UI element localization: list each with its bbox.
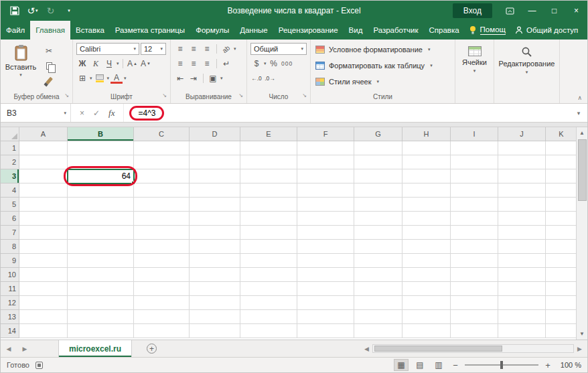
vertical-scroll-thumb[interactable]: [578, 139, 587, 201]
cell-H7[interactable]: [402, 226, 451, 240]
cell-C7[interactable]: [134, 226, 190, 240]
cell-H9[interactable]: [402, 254, 451, 268]
tab-page-layout[interactable]: Разметка страницы: [110, 21, 190, 40]
cell-B6[interactable]: [68, 212, 134, 226]
cell-C2[interactable]: [134, 155, 190, 169]
cell-D13[interactable]: [190, 310, 240, 324]
cell-B11[interactable]: [68, 282, 134, 296]
formula-input[interactable]: =4^3: [124, 104, 570, 122]
collapse-ribbon-button[interactable]: ∧: [577, 94, 582, 101]
cell-A9[interactable]: [19, 254, 68, 268]
row-header-2[interactable]: 2: [1, 155, 19, 169]
comma-style-button[interactable]: 000: [281, 58, 293, 70]
cell-E5[interactable]: [240, 198, 297, 212]
underline-dropdown-icon[interactable]: ▾: [117, 61, 119, 66]
cell-H5[interactable]: [402, 198, 451, 212]
cell-J8[interactable]: [498, 240, 546, 254]
cell-C3[interactable]: [134, 169, 190, 183]
row-header-3[interactable]: 3: [1, 169, 19, 183]
number-format-select[interactable]: Общий▾: [250, 43, 307, 55]
cell-G12[interactable]: [354, 296, 402, 310]
sheet-nav-left-button[interactable]: ◀: [1, 340, 17, 357]
percent-style-button[interactable]: %: [268, 58, 280, 70]
align-top-button[interactable]: ≡: [174, 43, 186, 55]
cell-E6[interactable]: [240, 212, 297, 226]
cell-F12[interactable]: [297, 296, 354, 310]
horizontal-scroll-thumb[interactable]: [374, 346, 502, 352]
cell-E13[interactable]: [240, 310, 297, 324]
cell-G4[interactable]: [354, 183, 402, 198]
row-header-1[interactable]: 1: [1, 141, 19, 155]
cell-J2[interactable]: [498, 155, 546, 169]
cell-C11[interactable]: [134, 282, 190, 296]
cell-B10[interactable]: [68, 268, 134, 282]
normal-view-button[interactable]: ▦: [394, 359, 409, 371]
cell-F11[interactable]: [297, 282, 354, 296]
merge-center-button[interactable]: ▣: [207, 72, 219, 84]
cell-H2[interactable]: [402, 155, 451, 169]
tab-data[interactable]: Данные: [234, 21, 273, 40]
scroll-left-button[interactable]: ◀: [361, 346, 372, 352]
cell-A14[interactable]: [19, 324, 68, 338]
decrease-font-size-button[interactable]: А▼: [140, 58, 152, 70]
cell-B14[interactable]: [68, 324, 134, 338]
font-dialog-launcher[interactable]: ↘: [162, 90, 167, 100]
fill-handle[interactable]: [131, 181, 135, 185]
cell-J4[interactable]: [498, 183, 546, 198]
cell-D8[interactable]: [190, 240, 240, 254]
cell-D7[interactable]: [190, 226, 240, 240]
increase-indent-button[interactable]: ⇥: [188, 72, 200, 84]
cell-A6[interactable]: [19, 212, 68, 226]
column-header-A[interactable]: A: [19, 127, 68, 141]
orientation-button[interactable]: ab: [220, 43, 232, 55]
cell-K6[interactable]: [546, 212, 576, 226]
column-header-C[interactable]: C: [134, 127, 190, 141]
align-bottom-button[interactable]: ≡: [201, 43, 213, 55]
font-name-select[interactable]: Calibri▾: [76, 43, 139, 55]
cell-A2[interactable]: [19, 155, 68, 169]
cell-G1[interactable]: [354, 141, 402, 155]
undo-button[interactable]: ↺▾: [24, 3, 41, 19]
cell-I1[interactable]: [451, 141, 498, 155]
decrease-decimal-button[interactable]: .0→: [264, 72, 276, 84]
cell-G10[interactable]: [354, 268, 402, 282]
cell-K8[interactable]: [546, 240, 576, 254]
cell-H3[interactable]: [402, 169, 451, 183]
cell-D3[interactable]: [190, 169, 240, 183]
cell-styles-button[interactable]: Стили ячеек▾: [313, 74, 453, 90]
page-layout-view-button[interactable]: ▤: [413, 359, 427, 371]
cell-K4[interactable]: [546, 183, 576, 198]
column-header-B[interactable]: B: [68, 127, 134, 141]
cell-I9[interactable]: [451, 254, 498, 268]
cell-I3[interactable]: [451, 169, 498, 183]
cell-K14[interactable]: [546, 324, 576, 338]
cell-B4[interactable]: [68, 183, 134, 198]
cell-C14[interactable]: [134, 324, 190, 338]
cell-E11[interactable]: [240, 282, 297, 296]
paste-button[interactable]: Вставить ▾: [3, 42, 39, 92]
cancel-button[interactable]: ×: [80, 108, 84, 118]
cell-J11[interactable]: [498, 282, 546, 296]
cell-F10[interactable]: [297, 268, 354, 282]
zoom-level[interactable]: 100 %: [557, 361, 581, 369]
cell-I13[interactable]: [451, 310, 498, 324]
cell-D10[interactable]: [190, 268, 240, 282]
align-right-button[interactable]: ≡: [201, 58, 213, 70]
editing-button[interactable]: Редактирование ▾: [496, 42, 557, 103]
cell-C4[interactable]: [134, 183, 190, 198]
share-button[interactable]: Общий доступ: [510, 21, 587, 40]
number-dialog-launcher[interactable]: ↘: [302, 90, 307, 100]
cell-F4[interactable]: [297, 183, 354, 198]
row-header-11[interactable]: 11: [1, 282, 19, 296]
cell-B13[interactable]: [68, 310, 134, 324]
cell-G7[interactable]: [354, 226, 402, 240]
cell-C12[interactable]: [134, 296, 190, 310]
bold-button[interactable]: Ж: [76, 58, 88, 70]
maximize-button[interactable]: □: [543, 1, 565, 21]
cell-K1[interactable]: [546, 141, 576, 155]
cell-G11[interactable]: [354, 282, 402, 296]
decrease-indent-button[interactable]: ⇤: [174, 72, 186, 84]
cell-J5[interactable]: [498, 198, 546, 212]
cell-D14[interactable]: [190, 324, 240, 338]
tab-home[interactable]: Главная: [30, 21, 70, 40]
